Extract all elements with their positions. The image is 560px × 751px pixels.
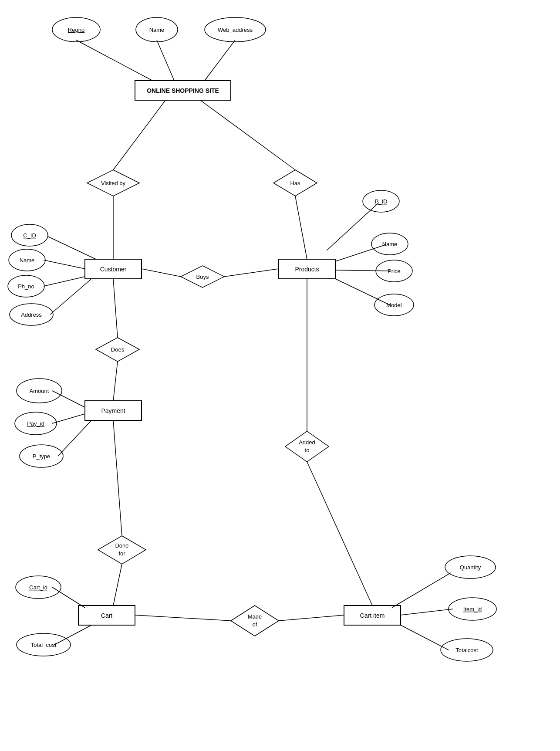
svg-line-19	[52, 391, 85, 407]
rel-made-of-label2: of	[253, 621, 257, 628]
svg-line-23	[307, 462, 372, 606]
attr-pay-id-label: Pay_id	[27, 420, 44, 427]
svg-line-11	[327, 203, 379, 250]
entity-payment-label: Payment	[101, 407, 125, 414]
svg-line-25	[113, 564, 122, 606]
attr-item-id-label: Item_id	[463, 606, 482, 612]
entity-online-shopping-label: ONLINE SHOPPING SITE	[147, 87, 219, 94]
rel-added-to	[285, 431, 329, 462]
svg-line-12	[335, 245, 385, 261]
svg-line-28	[135, 615, 231, 621]
svg-line-32	[401, 625, 449, 650]
svg-line-16	[224, 269, 279, 277]
svg-line-4	[76, 40, 152, 81]
attr-total-cost-label: Total_cost	[31, 642, 57, 648]
attr-cart-id-label: Cart_id	[29, 584, 47, 591]
entity-products-label: Products	[295, 266, 319, 273]
svg-line-17	[113, 279, 118, 338]
svg-line-10	[50, 279, 91, 315]
svg-line-24	[113, 420, 122, 536]
svg-line-15	[142, 269, 181, 277]
attr-regno-label: Regno	[68, 27, 84, 33]
svg-line-6	[205, 40, 235, 81]
svg-line-18	[113, 362, 118, 401]
svg-line-27	[54, 625, 91, 645]
rel-done-for-label2: for	[118, 550, 125, 557]
rel-made-of-label: Made	[248, 613, 262, 620]
svg-line-20	[52, 414, 85, 423]
svg-line-26	[52, 587, 85, 608]
svg-line-7	[48, 237, 96, 259]
attr-web-address-label: Web_address	[218, 27, 253, 33]
rel-done-for-label: Done	[115, 542, 128, 549]
svg-line-3	[295, 196, 307, 259]
rel-made-of	[231, 606, 279, 636]
attr-c-id-label: C_ID	[23, 232, 36, 239]
svg-line-0	[113, 100, 165, 170]
attr-totalcost-label: Totalcost	[455, 647, 478, 653]
entity-cart-item-label: Cart item	[360, 612, 385, 619]
entity-customer-label: Customer	[100, 266, 127, 273]
svg-line-30	[392, 573, 451, 608]
svg-line-31	[401, 609, 453, 615]
rel-does-label: Does	[111, 346, 125, 353]
svg-line-1	[200, 100, 295, 170]
attr-p-type-label: P_type	[33, 453, 50, 460]
rel-added-to-label: Added	[299, 439, 315, 446]
entity-cart-label: Cart	[101, 612, 113, 619]
attr-ph-no-label: Ph_no	[18, 283, 34, 290]
rel-has-label: Has	[290, 180, 300, 186]
svg-line-14	[335, 279, 390, 305]
svg-line-5	[157, 40, 174, 81]
er-diagram: ONLINE SHOPPING SITE Customer Products P…	[0, 0, 560, 751]
attr-amount-label: Amount	[30, 388, 49, 394]
attr-address-label: Address	[21, 311, 42, 318]
rel-visited-by-label: Visited by	[101, 180, 126, 186]
attr-quantity-label: Quantity	[460, 564, 481, 571]
attr-cust-name-label: Name	[20, 257, 35, 264]
svg-line-29	[279, 615, 344, 621]
attr-model-label: Model	[386, 302, 402, 308]
svg-line-13	[335, 270, 390, 271]
rel-added-to-label2: to	[305, 447, 310, 453]
svg-line-8	[44, 260, 85, 269]
svg-line-21	[58, 420, 91, 456]
svg-line-9	[44, 277, 85, 286]
attr-price-label: Price	[388, 268, 401, 274]
rel-buys-label: Buys	[196, 274, 209, 280]
attr-p-id-label: P_ID	[375, 198, 388, 205]
attr-site-name-label: Name	[149, 27, 165, 33]
attr-prod-name-label: Name	[382, 241, 398, 247]
